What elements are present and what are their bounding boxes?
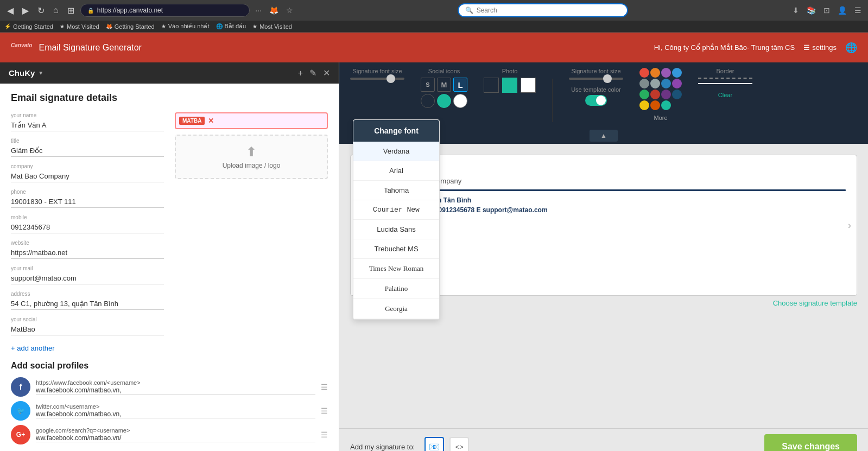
- size-l-box[interactable]: L: [453, 78, 467, 92]
- input-company[interactable]: [11, 170, 164, 182]
- globe-button[interactable]: 🌐: [845, 42, 857, 54]
- font-option-arial[interactable]: Arial: [353, 161, 439, 181]
- color-blue[interactable]: [672, 68, 682, 78]
- home-button[interactable]: ⌂: [50, 4, 61, 16]
- browser-menu-button[interactable]: ☰: [852, 5, 864, 16]
- border-dashed[interactable]: [698, 78, 752, 79]
- bookmark-button[interactable]: ☆: [284, 5, 295, 16]
- color-red2[interactable]: [650, 90, 660, 99]
- font-option-trebuchet[interactable]: Trebuchet MS: [353, 239, 439, 259]
- signature-name: ChuKy ▼: [9, 68, 43, 78]
- bookmark-bat-dau[interactable]: 🌐 Bắt đầu: [216, 23, 246, 30]
- social-row-twitter: 🐦 twitter.com/<username> ww.facebook.com…: [11, 401, 328, 421]
- color-blue2[interactable]: [661, 79, 671, 88]
- color-purple[interactable]: [661, 68, 671, 78]
- profile-button[interactable]: 👤: [835, 5, 849, 16]
- edit-signature-button[interactable]: ✎: [309, 68, 316, 78]
- search-input[interactable]: [477, 7, 621, 14]
- circle-style-2[interactable]: [437, 94, 451, 108]
- input-your-name[interactable]: [11, 119, 164, 131]
- url-bar[interactable]: 🔒 https://app.canvato.net: [80, 4, 250, 17]
- input-mail[interactable]: [11, 272, 164, 284]
- clear-border-button[interactable]: Clear: [718, 92, 732, 98]
- window-button[interactable]: ⊡: [821, 5, 832, 16]
- color-orange[interactable]: [650, 68, 660, 78]
- signature-header: ChuKy ▼ + ✎ ✕: [0, 62, 339, 84]
- font-option-lucida-sans[interactable]: Lucida Sans: [353, 220, 439, 239]
- photo-opt-white[interactable]: [521, 78, 536, 93]
- upload-box[interactable]: ⬆ Upload image / logo: [175, 135, 328, 179]
- color-purple3[interactable]: [661, 90, 671, 99]
- library-button[interactable]: 📚: [804, 5, 818, 16]
- back-button[interactable]: ◀: [4, 4, 16, 17]
- label-title: title: [11, 138, 164, 144]
- ssl-lock-icon: 🔒: [87, 8, 94, 14]
- extensions-button[interactable]: ⊞: [65, 4, 77, 17]
- font-size-slider[interactable]: [350, 78, 404, 80]
- circle-style-3[interactable]: [453, 94, 467, 108]
- color-teal[interactable]: [661, 100, 671, 110]
- google-menu-icon[interactable]: ☰: [321, 430, 328, 439]
- photo-opt-none[interactable]: [484, 78, 499, 93]
- input-phone[interactable]: [11, 196, 164, 208]
- bookmark-getting-started-1[interactable]: ⚡ Getting Started: [4, 23, 53, 30]
- color-gray1[interactable]: [639, 79, 649, 88]
- use-template-color-toggle[interactable]: [585, 95, 607, 106]
- more-menu-button[interactable]: ···: [253, 5, 264, 16]
- choose-template-link[interactable]: Choose signature template: [773, 299, 857, 307]
- bookmark-label-4: Vào nhiều nhất: [168, 23, 210, 30]
- border-solid[interactable]: [698, 83, 752, 84]
- refresh-button[interactable]: ↻: [35, 4, 47, 17]
- color-green[interactable]: [639, 90, 649, 99]
- color-gray2[interactable]: [650, 79, 660, 88]
- download-button[interactable]: ⬇: [790, 5, 801, 16]
- color-purple2[interactable]: [672, 79, 682, 88]
- font-option-times-new-roman[interactable]: Times New Roman: [353, 259, 439, 279]
- font-option-palatino[interactable]: Palatino: [353, 279, 439, 299]
- signature-name-text: ChuKy: [9, 68, 35, 78]
- photo-label: Photo: [502, 68, 518, 74]
- bookmark-most-visited-1[interactable]: ★ Most Visited: [60, 23, 99, 30]
- search-bar[interactable]: 🔍: [458, 3, 629, 17]
- bookmark-vao-nhieu[interactable]: ★ Vào nhiều nhất: [161, 23, 210, 30]
- forward-button[interactable]: ▶: [20, 4, 31, 17]
- circle-style-1[interactable]: [421, 94, 435, 108]
- input-website[interactable]: [11, 247, 164, 259]
- twitter-menu-icon[interactable]: ☰: [321, 406, 328, 415]
- html-button[interactable]: <>: [449, 437, 469, 451]
- font-option-georgia[interactable]: Georgia: [353, 299, 439, 319]
- toolbar-font-size: Signature font size: [350, 68, 404, 80]
- more-colors-button[interactable]: More: [654, 115, 667, 121]
- photo-opt-teal[interactable]: [502, 78, 517, 93]
- input-title[interactable]: [11, 145, 164, 157]
- facebook-icon: f: [11, 377, 30, 397]
- font-option-verdana[interactable]: Verdana: [353, 142, 439, 161]
- pocket-button[interactable]: 🦊: [267, 5, 281, 16]
- bookmark-getting-started-2[interactable]: 🦊 Getting Started: [106, 23, 155, 30]
- add-another-field-link[interactable]: + add another: [11, 344, 55, 352]
- input-mobile[interactable]: [11, 221, 164, 233]
- settings-button[interactable]: ☰ settings: [803, 43, 837, 52]
- font-option-courier-new[interactable]: Courier New: [353, 200, 439, 220]
- input-address[interactable]: [11, 298, 164, 310]
- next-arrow-button[interactable]: ›: [848, 220, 851, 231]
- color-darkorange[interactable]: [650, 100, 660, 110]
- font-size-slider-2[interactable]: [569, 78, 623, 80]
- outlook-button[interactable]: 📧: [425, 437, 444, 451]
- save-changes-button[interactable]: Save changes: [764, 434, 857, 451]
- facebook-menu-icon[interactable]: ☰: [321, 383, 328, 391]
- collapse-toolbar-button[interactable]: ▲: [590, 130, 618, 142]
- color-darkblue[interactable]: [672, 90, 682, 99]
- color-yellow[interactable]: [639, 100, 649, 110]
- font-option-tahoma[interactable]: Tahoma: [353, 181, 439, 200]
- size-m-box[interactable]: M: [437, 78, 451, 92]
- bookmark-most-visited-2[interactable]: ★ Most Visited: [252, 23, 292, 30]
- color-red[interactable]: [639, 68, 649, 78]
- close-signature-button[interactable]: ✕: [323, 68, 330, 78]
- add-signature-button[interactable]: +: [298, 68, 303, 78]
- twitter-icon: 🐦: [11, 401, 30, 421]
- size-s-box[interactable]: S: [421, 78, 435, 92]
- font-dropdown-header: Change font: [353, 120, 439, 142]
- social-icon-grid: S M L: [421, 78, 467, 108]
- input-social[interactable]: [11, 323, 164, 335]
